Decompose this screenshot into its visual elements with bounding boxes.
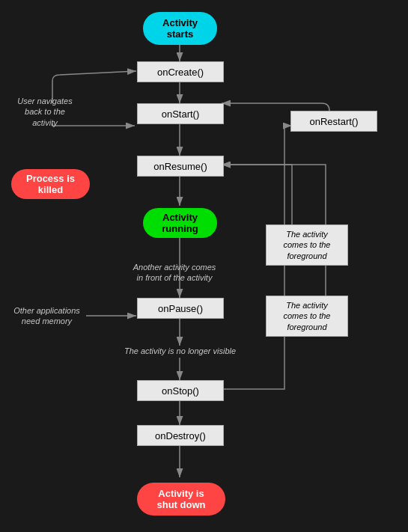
on-start-node: onStart() — [137, 103, 224, 124]
on-restart-node: onRestart() — [290, 111, 377, 132]
activity-running-node: Activityrunning — [143, 208, 217, 238]
on-start-label: onStart() — [162, 108, 200, 120]
on-pause-label: onPause() — [158, 303, 203, 314]
activity-foreground-label-1: The activitycomes to theforeground — [266, 224, 348, 266]
on-stop-node: onStop() — [137, 380, 224, 401]
on-destroy-node: onDestroy() — [137, 425, 224, 446]
activity-shutdown-node: Activity isshut down — [137, 483, 225, 516]
on-destroy-label: onDestroy() — [155, 430, 206, 441]
not-visible-label: The activity is no longer visible — [107, 346, 253, 356]
process-killed-label: Process iskilled — [26, 173, 75, 195]
on-create-node: onCreate() — [137, 61, 224, 82]
on-resume-label: onResume() — [153, 161, 207, 172]
activity-starts-node: Activitystarts — [143, 12, 217, 45]
process-killed-node: Process iskilled — [11, 169, 90, 199]
lifecycle-diagram: Activitystarts onCreate() User navigates… — [0, 0, 408, 532]
user-navigates-back-label: User navigatesback to theactivity — [11, 96, 79, 128]
on-resume-node: onResume() — [137, 156, 224, 177]
activity-starts-label: Activitystarts — [162, 17, 198, 40]
activity-shutdown-label: Activity isshut down — [157, 488, 206, 510]
on-restart-label: onRestart() — [309, 116, 358, 127]
on-create-label: onCreate() — [157, 67, 204, 78]
on-stop-label: onStop() — [162, 385, 199, 397]
on-pause-node: onPause() — [137, 298, 224, 319]
activity-foreground-label-2: The activitycomes to theforeground — [266, 296, 348, 337]
another-activity-label: Another activity comesin front of the ac… — [118, 262, 231, 284]
activity-running-label: Activityrunning — [162, 212, 198, 234]
other-apps-memory-label: Other applicationsneed memory — [7, 305, 86, 327]
